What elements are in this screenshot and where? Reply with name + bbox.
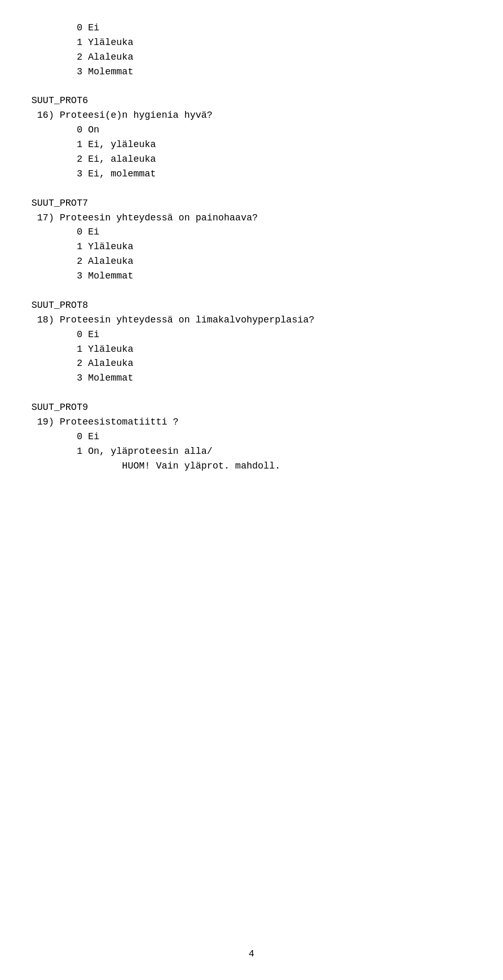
main-text: 0 Ei 1 Yläleuka 2 Alaleuka 3 Molemmat SU…	[31, 21, 472, 474]
page-content: 0 Ei 1 Yläleuka 2 Alaleuka 3 Molemmat SU…	[0, 0, 503, 516]
page-number: 4	[249, 949, 255, 959]
